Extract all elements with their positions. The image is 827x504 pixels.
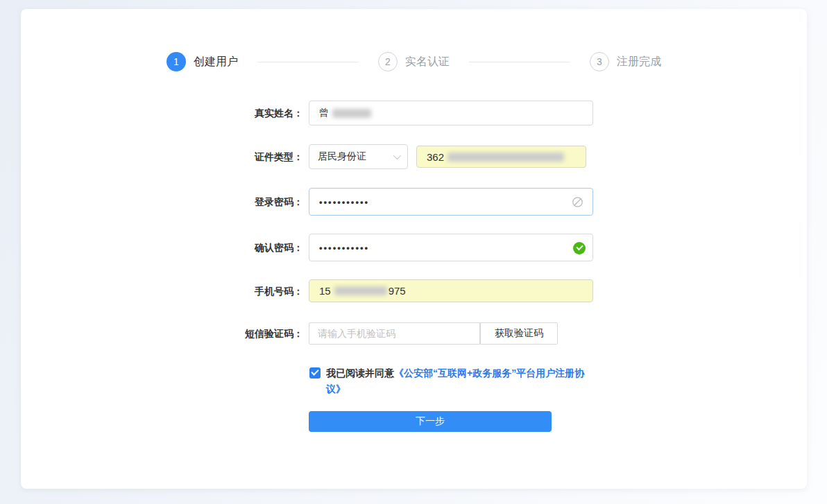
step-real-name-auth: 2 实名认证	[378, 52, 450, 71]
step-create-user: 1 创建用户	[167, 52, 238, 71]
confirm-password-masked-value: •••••••••••	[319, 243, 369, 253]
login-password-masked-value: •••••••••••	[319, 197, 369, 207]
phone-suffix: 975	[389, 285, 406, 297]
registration-card: 1 创建用户 2 实名认证 3 注册完成 真实姓名： 曾 证件类型： 居民身份证…	[21, 9, 807, 489]
id-type-selected-value: 居民身份证	[318, 150, 366, 163]
step-1-circle: 1	[167, 52, 186, 71]
sms-code-label: 短信验证码：	[245, 328, 303, 340]
id-type-select[interactable]: 居民身份证	[309, 144, 408, 169]
phone-prefix: 15	[319, 285, 331, 297]
step-2-label: 实名认证	[405, 55, 450, 69]
id-number-value: 362	[427, 151, 444, 163]
chevron-down-icon	[393, 152, 401, 159]
real-name-value: 曾	[319, 107, 329, 119]
check-circle-icon	[573, 242, 586, 254]
agreement-prefix: 我已阅读并同意	[326, 367, 394, 379]
id-number-input[interactable]: 362	[416, 146, 586, 168]
get-code-button[interactable]: 获取验证码	[480, 322, 558, 345]
agreement-row: 我已阅读并同意《公安部“互联网+政务服务”平台用户注册协议》	[309, 365, 595, 397]
eye-off-icon[interactable]	[571, 195, 584, 209]
id-number-redaction	[447, 153, 564, 162]
step-connector	[257, 62, 359, 62]
step-register-done: 3 注册完成	[590, 52, 661, 71]
real-name-input[interactable]: 曾	[309, 101, 593, 125]
step-3-label: 注册完成	[617, 55, 661, 69]
step-3-circle: 3	[590, 52, 609, 71]
real-name-redaction	[332, 109, 371, 118]
confirm-password-label: 确认密码：	[255, 242, 303, 254]
agreement-checkbox[interactable]	[309, 367, 321, 379]
phone-redaction	[334, 286, 387, 295]
step-2-circle: 2	[378, 52, 398, 71]
login-password-label: 登录密码：	[255, 196, 303, 209]
step-connector	[469, 62, 570, 62]
next-step-button[interactable]: 下一步	[309, 411, 552, 432]
phone-label: 手机号码：	[255, 286, 303, 298]
real-name-label: 真实姓名：	[255, 107, 303, 120]
confirm-password-input[interactable]: •••••••••••	[309, 234, 593, 261]
step-1-label: 创建用户	[194, 55, 238, 69]
agreement-text: 我已阅读并同意《公安部“互联网+政务服务”平台用户注册协议》	[326, 365, 590, 397]
id-type-label: 证件类型：	[255, 151, 303, 164]
sms-code-input[interactable]	[309, 322, 480, 345]
login-password-input[interactable]: •••••••••••	[309, 188, 593, 216]
registration-stepper: 1 创建用户 2 实名认证 3 注册完成	[21, 51, 807, 72]
phone-input[interactable]: 15 975	[309, 279, 593, 302]
